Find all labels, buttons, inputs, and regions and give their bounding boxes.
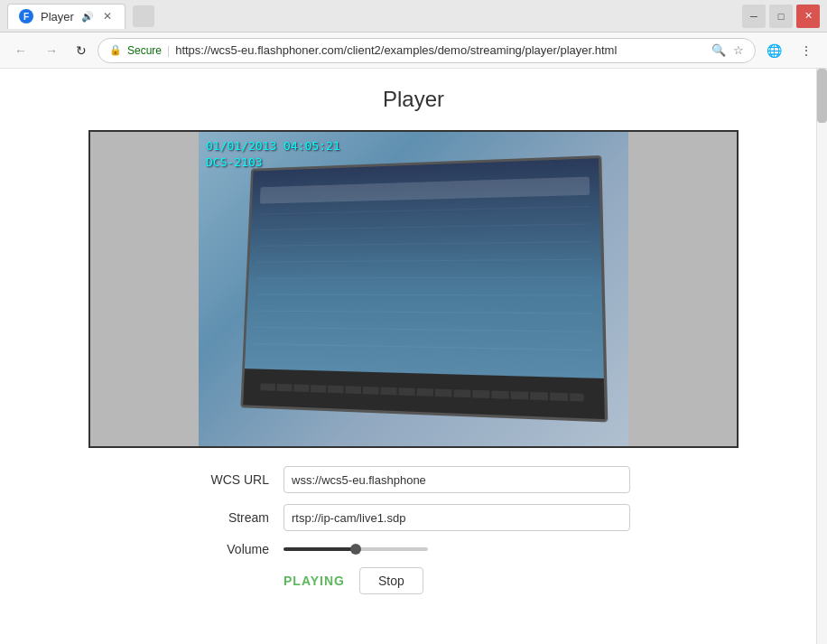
volume-thumb: [350, 544, 361, 555]
search-icon: 🔍: [711, 43, 726, 57]
browser-chrome: F Player 🔊 ✕ ─ □ ✕ ← → ↻ 🔒 Secure | http…: [0, 0, 827, 69]
page-wrapper: Player 01/01/2013 04:05:21 DCS-2103: [0, 69, 827, 644]
nav-bar: ← → ↻ 🔒 Secure | https://wcs5-eu.flashph…: [0, 33, 827, 69]
stop-button[interactable]: Stop: [359, 567, 423, 594]
wcs-url-row: WCS URL: [197, 466, 630, 493]
address-text: https://wcs5-eu.flashphoner.com/client2/…: [175, 43, 706, 57]
volume-label: Volume: [197, 542, 269, 556]
address-bar[interactable]: 🔒 Secure | https://wcs5-eu.flashphoner.c…: [98, 38, 756, 63]
window-controls: ─ □ ✕: [742, 5, 820, 28]
volume-slider[interactable]: [283, 547, 428, 551]
keyboard-row: [260, 384, 584, 402]
video-laptop-screen: [245, 158, 604, 378]
page-inner: Player 01/01/2013 04:05:21 DCS-2103: [25, 69, 802, 612]
window-restore-button[interactable]: □: [769, 5, 793, 28]
browser-tab[interactable]: F Player 🔊 ✕: [7, 4, 125, 29]
bookmark-icon: ☆: [733, 43, 744, 57]
video-player: 01/01/2013 04:05:21 DCS-2103: [88, 130, 739, 448]
forward-button[interactable]: →: [38, 40, 65, 61]
address-divider: |: [167, 44, 170, 57]
video-inner: 01/01/2013 04:05:21 DCS-2103: [199, 132, 632, 446]
wcs-url-input[interactable]: [283, 466, 630, 493]
secure-label: Secure: [127, 44, 162, 57]
video-laptop: [240, 155, 608, 423]
page-title: Player: [43, 87, 784, 112]
controls-section: WCS URL Stream Volume: [43, 466, 784, 594]
window-minimize-button[interactable]: ─: [742, 5, 766, 28]
window-close-button[interactable]: ✕: [796, 5, 820, 28]
tab-favicon: F: [19, 9, 33, 23]
volume-row: Volume: [197, 542, 630, 556]
stream-label: Stream: [197, 510, 269, 525]
menu-button[interactable]: ⋮: [793, 40, 820, 61]
action-row: PLAYING Stop: [197, 567, 630, 594]
tab-title: Player: [41, 10, 74, 23]
video-timestamp: 01/01/2013 04:05:21: [206, 139, 340, 153]
video-sidebar-left: [90, 132, 199, 446]
volume-slider-container: [283, 547, 630, 551]
wcs-url-label: WCS URL: [197, 472, 269, 487]
tab-audio-icon: 🔊: [81, 11, 94, 23]
page-content: Player 01/01/2013 04:05:21 DCS-2103: [0, 69, 827, 644]
tab-close-button[interactable]: ✕: [101, 8, 114, 24]
video-sidebar-right: [628, 132, 737, 446]
extensions-button[interactable]: 🌐: [759, 40, 789, 61]
scrollbar-thumb[interactable]: [817, 69, 827, 123]
address-icons: 🔍 ☆: [711, 43, 744, 57]
title-bar: F Player 🔊 ✕ ─ □ ✕: [0, 0, 827, 33]
scrollbar[interactable]: [816, 69, 827, 644]
stream-input[interactable]: [283, 504, 630, 531]
new-tab-button[interactable]: [133, 5, 154, 27]
status-text: PLAYING: [283, 574, 345, 588]
stream-row: Stream: [197, 504, 630, 531]
secure-icon: 🔒: [109, 44, 122, 56]
video-device-label: DCS-2103: [206, 155, 263, 169]
back-button[interactable]: ←: [7, 40, 34, 61]
refresh-button[interactable]: ↻: [69, 40, 94, 61]
